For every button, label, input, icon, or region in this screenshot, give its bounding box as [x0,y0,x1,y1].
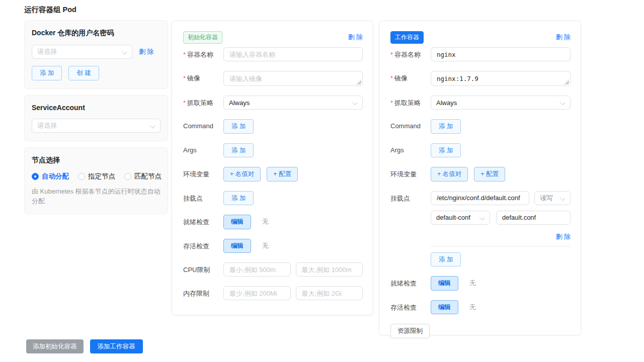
docker-secret-select[interactable]: 请选择 [32,45,132,59]
liveness-none-text: 无 [262,241,269,250]
required-mark: * [390,99,393,107]
required-mark: * [390,51,393,58]
field-label-command: Command [390,119,431,134]
mount-volume-select[interactable]: default-conf [431,211,490,225]
mount-subpath-input[interactable] [496,211,571,225]
field-label-mount-point: 挂载点 [183,191,223,206]
liveness-edit-button[interactable]: 编辑 [431,300,458,315]
pod-config-page: 运行容器组 Pod Docker 仓库的用户名密码 请选择 删 除 添 加 创 … [0,0,644,362]
work-container-delete-link[interactable]: 删 除 [555,33,571,42]
field-label-pull-policy: *抓取策略 [183,96,223,110]
mount-volume-value: default-conf [436,214,470,221]
docker-secret-panel: Docker 仓库的用户名密码 请选择 删 除 添 加 创 建 [24,20,168,89]
args-add-button[interactable]: 添 加 [223,143,254,158]
mount-divider [431,246,571,246]
field-label-image: *镜像 [183,71,223,86]
readiness-edit-button[interactable]: 编辑 [431,276,458,291]
mount-add-button[interactable]: 添 加 [223,191,254,206]
radio-specify-node[interactable]: 指定节点 [78,172,115,181]
cpu-min-input[interactable] [223,262,291,277]
service-account-title: ServiceAccount [32,104,160,112]
field-label-env-vars: 环境变量 [390,167,431,182]
docker-secret-create-button[interactable]: 创 建 [68,66,99,80]
field-label-container-name: *容器名称 [390,47,431,61]
work-container-card: 工作容器 删 除 *容器名称 *镜像 *抓取策略 Always [379,21,581,335]
field-label-env-vars: 环境变量 [183,167,223,182]
container-name-input[interactable] [223,47,363,61]
env-add-config-button[interactable]: + 配置 [267,167,298,182]
mount-mode-value: 读写 [540,194,553,203]
env-add-keyvalue-button[interactable]: + 名值对 [223,167,261,182]
pull-policy-select[interactable]: Always [431,96,571,110]
command-add-button[interactable]: 添 加 [223,119,254,134]
pull-policy-value: Always [436,99,457,107]
field-label-image: *镜像 [390,71,431,86]
memory-max-input[interactable] [296,286,363,300]
chevron-down-icon [150,123,155,128]
memory-min-input[interactable] [223,286,291,300]
mount-mode-select[interactable]: 读写 [534,191,571,205]
env-add-keyvalue-button[interactable]: + 名值对 [431,167,468,182]
liveness-none-text: 无 [469,303,476,312]
readiness-none-text: 无 [469,279,476,288]
radio-icon [124,173,131,180]
add-init-container-button[interactable]: 添加初始化容器 [26,339,84,353]
field-label-memory-limit: 内存限制 [183,286,223,300]
field-label-cpu-limit: CPU限制 [183,262,223,277]
radio-match-node-label: 匹配节点 [134,172,162,181]
field-label-readiness-probe: 就绪检查 [183,215,223,229]
required-mark: * [183,51,186,58]
work-container-badge: 工作容器 [390,31,424,44]
node-select-radio-group: 自动分配 指定节点 匹配节点 [32,172,160,181]
radio-selected-icon [32,173,39,180]
required-mark: * [183,74,186,82]
env-add-config-button[interactable]: + 配置 [474,167,505,182]
add-work-container-button[interactable]: 添加工作容器 [90,339,143,353]
command-add-button[interactable]: 添 加 [431,119,461,134]
required-mark: * [390,74,393,82]
pull-policy-value: Always [229,99,250,107]
pull-policy-select[interactable]: Always [223,96,363,110]
liveness-edit-button[interactable]: 编辑 [223,239,251,253]
pod-settings-sidebar: Docker 仓库的用户名密码 请选择 删 除 添 加 创 建 ServiceA… [24,20,168,214]
chevron-down-icon [560,196,565,201]
chevron-down-icon [560,100,565,105]
image-input[interactable] [431,71,571,86]
init-container-badge: 初始化容器 [183,31,222,44]
chevron-down-icon [479,215,485,220]
field-label-args: Args [390,143,431,158]
docker-secret-delete-link[interactable]: 删 除 [139,47,154,56]
field-label-container-name: *容器名称 [183,47,223,61]
node-select-description: 由 Kubernetes 根据各节点的运行时状态自动分配 [32,187,160,206]
docker-secret-select-placeholder: 请选择 [37,47,57,56]
args-add-button[interactable]: 添 加 [431,143,461,158]
radio-match-node[interactable]: 匹配节点 [124,172,162,181]
radio-auto-assign[interactable]: 自动分配 [32,172,69,181]
radio-specify-node-label: 指定节点 [88,172,115,181]
service-account-panel: ServiceAccount 请选择 [24,95,168,141]
mount-delete-link[interactable]: 删 除 [555,233,571,240]
image-input[interactable] [223,71,363,86]
radio-icon [78,173,85,180]
radio-auto-assign-label: 自动分配 [42,172,69,181]
docker-secret-add-button[interactable]: 添 加 [32,66,62,80]
service-account-select[interactable]: 请选择 [32,119,160,133]
service-account-select-placeholder: 请选择 [37,121,57,130]
node-select-title: 节点选择 [32,156,160,165]
docker-secret-title: Docker 仓库的用户名密码 [32,29,160,38]
init-container-card: 初始化容器 删 除 *容器名称 *镜像 *抓取策略 Always [172,21,373,315]
resource-limit-button[interactable]: 资源限制 [390,324,430,338]
cpu-max-input[interactable] [296,262,363,277]
footer-actions: 添加初始化容器 添加工作容器 [26,339,143,353]
field-label-readiness-probe: 就绪检查 [390,276,431,291]
field-label-args: Args [183,143,223,158]
init-container-delete-link[interactable]: 删 除 [348,33,363,42]
readiness-edit-button[interactable]: 编辑 [223,215,251,229]
field-label-liveness-probe: 存活检查 [183,239,223,253]
mount-add-button[interactable]: 添 加 [431,252,461,267]
container-name-input[interactable] [431,47,571,61]
mount-path-input[interactable] [431,191,529,205]
field-label-mount-point: 挂载点 [390,191,431,267]
field-label-pull-policy: *抓取策略 [390,96,431,110]
field-label-liveness-probe: 存活检查 [390,300,431,315]
